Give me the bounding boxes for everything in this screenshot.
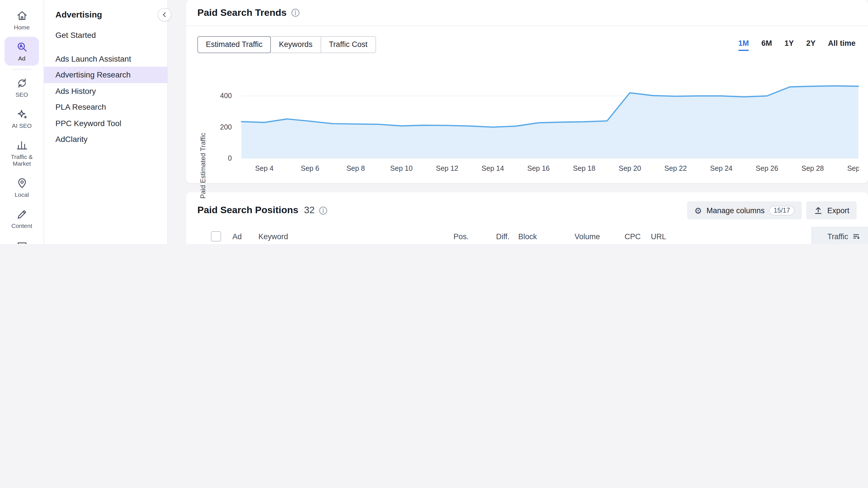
sidebar-title: Advertising <box>44 0 167 19</box>
rail-item-home[interactable]: Home <box>4 6 39 34</box>
range-1y[interactable]: 1Y <box>784 39 794 51</box>
positions-title: Paid Search Positions <box>197 205 298 216</box>
advertising-sidebar: Advertising Get Started Ads Launch Assis… <box>44 0 168 244</box>
chart-y-axis-label: Paid Estimated Traffic <box>199 123 207 208</box>
rail-item-ai-seo[interactable]: AI SEO <box>4 104 39 133</box>
sort-icon <box>852 233 860 240</box>
rail-label: AI SEO <box>12 122 32 129</box>
col-header-ad[interactable]: Ad <box>232 227 258 244</box>
traffic-header-label: Traffic <box>827 232 848 241</box>
manage-columns-label: Manage columns <box>707 206 765 215</box>
col-header-traffic[interactable]: Traffic <box>811 227 868 244</box>
svg-text:Sep 10: Sep 10 <box>390 164 412 172</box>
export-label: Export <box>827 206 849 215</box>
rail-label: Home <box>14 24 30 31</box>
rail-item-seo[interactable]: SEO <box>4 73 39 102</box>
svg-text:Sep 30: Sep 30 <box>847 164 859 172</box>
range-2y[interactable]: 2Y <box>806 39 815 51</box>
ai-seo-icon <box>16 108 28 120</box>
trends-title: Paid Search Trends <box>197 7 287 19</box>
app-window: Home Ad SEO AI SEO Traffic & Market Loca… <box>0 0 868 244</box>
sidebar-item-ads-history[interactable]: Ads History <box>44 83 167 99</box>
rail-label: Ad <box>18 55 26 62</box>
positions-card-header: Paid Search Positions 32 ⚙ Manage column… <box>186 192 868 227</box>
svg-text:Sep 4: Sep 4 <box>255 164 273 172</box>
col-header-block[interactable]: Block <box>513 227 542 244</box>
col-header-url[interactable]: URL <box>641 227 811 244</box>
home-icon <box>16 10 28 22</box>
col-header-volume[interactable]: Volume <box>542 227 600 244</box>
ads-icon <box>16 41 28 53</box>
rail-divider <box>12 69 31 69</box>
trends-card-header: Paid Search Trends <box>186 0 868 26</box>
sidebar-collapse-button[interactable] <box>158 8 171 22</box>
svg-text:Sep 24: Sep 24 <box>710 164 732 172</box>
positions-count: 32 <box>304 205 315 216</box>
gear-icon: ⚙ <box>694 206 702 215</box>
svg-text:Sep 22: Sep 22 <box>664 164 687 172</box>
svg-text:200: 200 <box>220 123 232 131</box>
paid-search-trends-card: Paid Search Trends Estimated Traffic Key… <box>186 0 868 183</box>
col-header-keyword[interactable]: Keyword <box>258 227 426 244</box>
rail-label: Local <box>15 191 29 198</box>
range-6m[interactable]: 6M <box>762 39 772 51</box>
tab-traffic-cost[interactable]: Traffic Cost <box>320 36 376 53</box>
export-button[interactable]: Export <box>806 201 857 219</box>
info-icon[interactable] <box>291 8 300 17</box>
tab-estimated-traffic[interactable]: Estimated Traffic <box>197 36 271 53</box>
local-icon <box>16 177 28 190</box>
main-content: Paid Search Trends Estimated Traffic Key… <box>168 0 868 244</box>
content-icon <box>16 208 28 221</box>
rail-label: SEO <box>16 91 28 98</box>
sidebar-list: Get Started Ads Launch Assistant Adverti… <box>44 27 167 147</box>
trends-controls: Estimated Traffic Keywords Traffic Cost … <box>186 26 868 53</box>
export-icon <box>814 206 823 215</box>
svg-text:Sep 6: Sep 6 <box>301 164 319 172</box>
sidebar-item-adclarity[interactable]: AdClarity <box>44 131 167 147</box>
sidebar-item-pla-research[interactable]: PLA Research <box>44 99 167 115</box>
select-all-checkbox[interactable] <box>211 231 221 241</box>
icon-rail: Home Ad SEO AI SEO Traffic & Market Loca… <box>0 0 44 244</box>
chevron-left-icon <box>161 11 168 19</box>
range-all-time[interactable]: All time <box>828 39 856 51</box>
svg-text:Sep 8: Sep 8 <box>346 164 365 172</box>
sidebar-item-ads-launch-assistant[interactable]: Ads Launch Assistant <box>44 51 167 67</box>
rail-item-social[interactable]: Social <box>4 236 39 244</box>
rail-item-content[interactable]: Content <box>4 205 39 233</box>
metric-tabs: Estimated Traffic Keywords Traffic Cost <box>197 36 376 53</box>
info-icon[interactable] <box>319 206 328 215</box>
svg-text:Sep 20: Sep 20 <box>619 164 641 172</box>
col-header-cpc[interactable]: CPC <box>600 227 641 244</box>
area-chart: 0200400 Sep 4Sep 6Sep 8Sep 10Sep 12Sep 1… <box>195 60 858 178</box>
social-icon <box>16 240 28 244</box>
trends-chart: Paid Estimated Traffic 0200400 Sep 4Sep … <box>186 53 868 183</box>
sidebar-item-advertising-research[interactable]: Advertising Research <box>44 67 167 83</box>
col-header-diff[interactable]: Diff. <box>478 227 513 244</box>
paid-search-positions-card: Paid Search Positions 32 ⚙ Manage column… <box>186 192 868 244</box>
svg-text:Sep 26: Sep 26 <box>756 164 778 172</box>
rail-label: Content <box>11 222 32 229</box>
svg-text:400: 400 <box>220 92 232 99</box>
rail-item-local[interactable]: Local <box>4 173 39 202</box>
table-header: Ad Keyword Pos. Diff. Block Volume CPC U… <box>186 227 868 244</box>
sidebar-item-get-started[interactable]: Get Started <box>44 27 167 43</box>
svg-text:Sep 12: Sep 12 <box>436 164 458 172</box>
svg-text:Sep 18: Sep 18 <box>573 164 595 172</box>
manage-columns-button[interactable]: ⚙ Manage columns 15/17 <box>687 201 802 219</box>
tab-keywords[interactable]: Keywords <box>271 36 321 53</box>
range-1m[interactable]: 1M <box>738 39 749 51</box>
rail-item-traffic-market[interactable]: Traffic & Market <box>4 135 39 171</box>
svg-text:Sep 14: Sep 14 <box>482 164 504 172</box>
traffic-market-icon <box>16 140 28 152</box>
columns-count-badge: 15/17 <box>769 206 795 215</box>
svg-text:Sep 28: Sep 28 <box>802 164 824 172</box>
sidebar-item-ppc-keyword-tool[interactable]: PPC Keyword Tool <box>44 115 167 131</box>
seo-icon <box>16 77 28 89</box>
svg-text:Sep 16: Sep 16 <box>527 164 550 172</box>
rail-item-ad[interactable]: Ad <box>4 37 39 66</box>
time-range-selector: 1M 6M 1Y 2Y All time <box>738 39 857 51</box>
rail-label: Traffic & Market <box>6 154 38 167</box>
svg-text:0: 0 <box>228 154 232 162</box>
col-header-pos[interactable]: Pos. <box>426 227 478 244</box>
